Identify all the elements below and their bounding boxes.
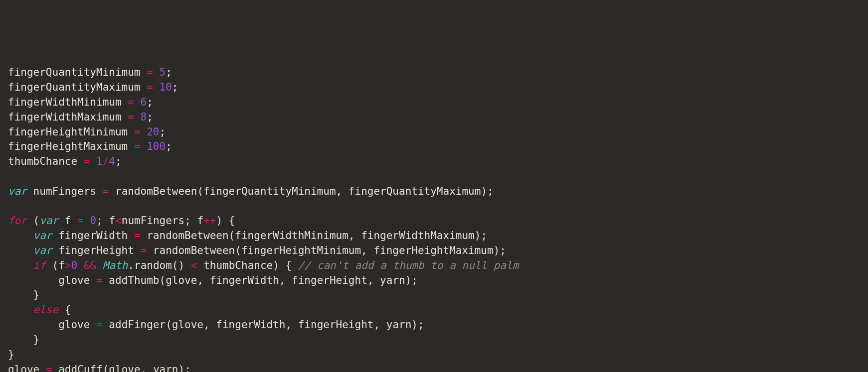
paren-close: ) [273,259,279,271]
operator-assign: = [103,185,109,197]
identifier: f [65,215,71,227]
number-literal: 100 [147,140,166,152]
operator-lt: < [191,259,197,271]
operator-assign: = [134,140,141,152]
code-line: fingerWidthMinimum = 6; [8,95,860,110]
keyword-if: if [33,259,46,271]
blank-line [8,199,860,214]
operator-increment: ++ [203,215,216,227]
keyword-var: var [33,230,52,242]
operator-assign: = [134,230,141,242]
semicolon: ; [115,155,122,167]
comma: , [336,185,343,197]
code-line: glove = addFinger(glove, fingerWidth, fi… [8,318,860,333]
identifier: fingerHeightMaximum [373,245,493,256]
identifier: fingerWidth [58,230,128,242]
operator-assign: = [141,245,147,256]
number-literal: 4 [109,155,115,167]
identifier: fingerQuantityMaximum [8,81,141,93]
keyword-var: var [33,245,52,256]
number-literal: 1 [96,155,103,167]
identifier: numFingers [122,215,184,227]
semicolon: ; [418,319,424,331]
paren-open: ( [197,185,203,197]
brace-close: } [8,349,14,361]
paren-open: ( [229,230,235,242]
identifier: fingerHeightMinimum [8,126,128,138]
brace-close: } [33,289,40,301]
comma: , [361,245,367,256]
function-call: randomBetween [147,230,228,242]
code-line: glove = addCuff(glove, yarn); [8,363,860,372]
paren-open: ( [160,274,166,286]
code-line: var numFingers = randomBetween(fingerQua… [8,184,860,199]
identifier: glove [58,274,90,286]
paren-close: ) [481,185,487,197]
identifier: fingerQuantityMinimum [8,66,141,78]
identifier: fingerQuantityMaximum [348,185,481,197]
operator-divide: / [103,155,109,167]
number-literal: 6 [141,96,147,108]
identifier: glove [166,274,197,286]
function-call: randomBetween [153,245,235,256]
semicolon: ; [500,245,506,256]
code-line: for (var f = 0; f<numFingers; f++) { [8,214,860,229]
function-call: addCuff [58,364,103,372]
identifier: fingerHeightMinimum [241,245,361,256]
identifier: fingerQuantityMinimum [203,185,336,197]
code-line: var fingerHeight = randomBetween(fingerH… [8,244,860,258]
number-literal: 0 [90,215,96,227]
operator-assign: = [128,96,134,108]
paren-close: ) [178,364,184,372]
function-call: addFinger [109,319,166,331]
function-call: addThumb [109,274,159,286]
code-line: fingerQuantityMaximum = 10; [8,80,860,95]
identifier: fingerHeight [298,319,374,331]
code-line: } [8,348,860,363]
number-literal: 8 [141,111,147,123]
comma: , [367,274,374,286]
code-line: } [8,288,860,303]
dot: . [128,259,134,271]
semicolon: ; [96,215,103,227]
identifier: glove [58,319,90,331]
operator-assign: = [147,66,153,78]
paren-close: ) [216,215,222,227]
semicolon: ; [487,185,494,197]
comma: , [279,274,286,286]
brace-open: { [229,215,235,227]
builtin-math: Math [103,259,128,271]
keyword-for: for [8,215,27,227]
paren-close: ) [411,319,418,331]
operator-assign: = [147,81,153,93]
code-line: fingerHeightMaximum = 100; [8,139,860,154]
semicolon: ; [147,96,153,108]
code-line: fingerQuantityMinimum = 5; [8,65,860,80]
comma: , [141,364,147,372]
identifier: thumbChance [8,155,77,167]
keyword-else: else [33,304,59,316]
number-literal: 0 [71,259,78,271]
identifier: fingerWidthMaximum [361,230,475,242]
keyword-var: var [39,215,58,227]
identifier: fingerWidth [216,319,285,331]
code-line: var fingerWidth = randomBetween(fingerWi… [8,229,860,244]
keyword-var: var [8,185,27,197]
identifier: f [58,259,65,271]
operator-assign: = [77,215,84,227]
operator-and: && [84,259,96,271]
identifier: glove [109,364,140,372]
paren-close: ) [475,230,481,242]
code-editor[interactable]: fingerQuantityMinimum = 5;fingerQuantity… [8,65,860,372]
operator-lt: < [115,215,122,227]
operator-assign: = [46,364,52,372]
brace-open: { [65,304,71,316]
operator-gt: > [65,259,71,271]
comma: , [348,230,355,242]
code-line: else { [8,303,860,318]
identifier: yarn [386,319,412,331]
operator-assign: = [84,155,90,167]
identifier: f [109,215,115,227]
comma: , [373,319,380,331]
paren-open: ( [166,319,172,331]
